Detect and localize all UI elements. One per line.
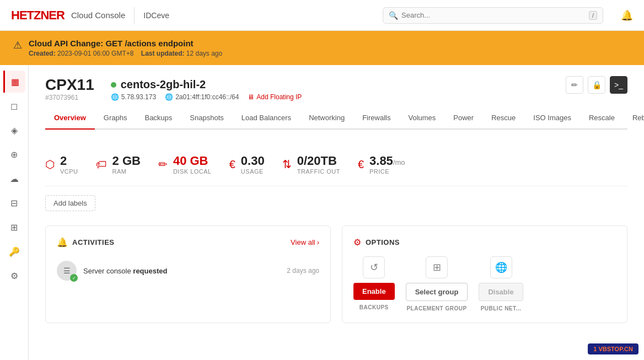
tab-power[interactable]: Power: [444, 107, 482, 130]
ipv6-detail: 🌐 2a01:4ff:1f0:cc46::/64: [165, 93, 239, 101]
sidebar-item-servers[interactable]: ◻: [3, 95, 25, 117]
stat-price: € 3.85/mo PRICE: [358, 154, 405, 175]
select-placement-group-button[interactable]: Select group: [406, 283, 468, 301]
logo-area: HETZNER Cloud Console: [11, 8, 125, 23]
project-label[interactable]: IDCeve: [143, 11, 169, 20]
price-value: 3.85/mo: [369, 154, 405, 168]
disk-icon: ✏: [158, 158, 168, 171]
activities-title: ACTIVITIES: [72, 238, 115, 246]
avatar: ☰ ✓: [57, 261, 77, 281]
created-label: Created:: [29, 50, 56, 57]
backups-icon-wrapper: ↺: [363, 256, 385, 278]
sidebar-item-dashboard[interactable]: ▦: [3, 71, 25, 93]
options-grid: ↺ Enable BACKUPS ⊞ Select group PLACEMEN…: [353, 256, 616, 311]
created-value: 2023-09-01 06:00 GMT+8: [57, 50, 133, 57]
watermark: 1 VBSTOP.CN: [588, 343, 638, 354]
traffic-value: 0/20TB: [297, 154, 340, 168]
server-name-row: centos-2gb-hil-2: [111, 78, 627, 91]
success-check-icon: ✓: [70, 274, 78, 282]
vcpu-value: 2: [60, 154, 78, 168]
stat-usage: € 0.30 USAGE: [229, 154, 265, 175]
search-bar[interactable]: 🔍 /: [383, 7, 603, 24]
options-panel: ⚙ OPTIONS ↺ Enable BACKUPS: [342, 225, 627, 323]
activities-title-row: 🔔 ACTIVITIES: [57, 237, 115, 248]
tab-overview[interactable]: Overview: [45, 107, 95, 130]
stat-disk: ✏ 40 GB DISK LOCAL: [158, 154, 212, 175]
bell-icon: 🔔: [57, 237, 68, 248]
tab-firewalls[interactable]: Firewalls: [353, 107, 399, 130]
view-all-label: View all: [291, 238, 315, 246]
price-icon: €: [358, 158, 364, 171]
stat-usage-block: 0.30 USAGE: [241, 154, 265, 175]
watermark-suffix: VBSTOP.CN: [598, 346, 633, 352]
tabs-bar: Overview Graphs Backups Snapshots Load B…: [45, 107, 627, 130]
ram-icon: 🏷: [96, 158, 107, 171]
traffic-label: TRAFFIC OUT: [297, 168, 340, 175]
stat-disk-block: 40 GB DISK LOCAL: [173, 154, 212, 175]
status-indicator: [111, 82, 116, 88]
terminal-button[interactable]: >_: [610, 76, 627, 94]
backups-label: BACKUPS: [359, 304, 389, 310]
tab-volumes[interactable]: Volumes: [399, 107, 444, 130]
sidebar-item-firewalls[interactable]: ⊟: [3, 192, 25, 214]
server-info: centos-2gb-hil-2 🌐 5.78.93.173 🌐 2a01:4f…: [111, 76, 627, 101]
tab-graphs[interactable]: Graphs: [95, 107, 136, 130]
disk-value: 40 GB: [173, 154, 212, 168]
euro-icon: €: [229, 158, 235, 171]
stat-ram: 🏷 2 GB RAM: [96, 154, 141, 175]
stat-traffic: ⇅ 0/20TB TRAFFIC OUT: [282, 154, 340, 175]
tab-rebuild[interactable]: Rebuild: [624, 107, 644, 130]
tab-backups[interactable]: Backups: [136, 107, 181, 130]
backups-icon: ↺: [370, 261, 378, 273]
disk-label: DISK LOCAL: [173, 168, 212, 175]
sidebar-item-networks[interactable]: ◈: [3, 119, 25, 141]
activity-action: requested: [133, 267, 167, 275]
ipv4-detail: 🌐 5.78.93.173: [111, 93, 156, 101]
vpn-icon: 🖥: [248, 93, 254, 101]
tab-rescue[interactable]: Rescue: [482, 107, 524, 130]
vcpu-label: VCPU: [60, 168, 78, 175]
cloud-console-label: Cloud Console: [71, 10, 125, 20]
sidebar-item-placement[interactable]: ⊞: [3, 216, 25, 238]
activity-text: Server console requested: [83, 267, 280, 275]
search-input[interactable]: [401, 11, 586, 19]
notification-bell-icon[interactable]: 🔔: [621, 9, 633, 22]
stat-traffic-block: 0/20TB TRAFFIC OUT: [297, 154, 340, 175]
stat-ram-block: 2 GB RAM: [112, 154, 141, 175]
sidebar-item-load-balancers[interactable]: ⊕: [3, 143, 25, 165]
updated-label: Last updated:: [141, 50, 185, 57]
tab-iso-images[interactable]: ISO Images: [524, 107, 580, 130]
enable-backups-button[interactable]: Enable: [353, 283, 395, 300]
activity-item: ☰ ✓ Server console requested 2 days ago: [57, 256, 319, 285]
sidebar-item-settings[interactable]: ⚙: [3, 265, 25, 287]
edit-server-button[interactable]: ✏: [566, 76, 583, 94]
options-gear-icon: ⚙: [353, 237, 361, 248]
add-labels-button[interactable]: Add labels: [45, 195, 95, 211]
sidebar-item-storage[interactable]: ☁: [3, 168, 25, 190]
lock-server-button[interactable]: 🔒: [588, 76, 605, 94]
search-icon: 🔍: [389, 11, 398, 20]
disable-public-net-button[interactable]: Disable: [479, 283, 523, 301]
updated-value: 12 days ago: [186, 50, 222, 57]
add-floating-ip[interactable]: 🖥 Add Floating IP: [248, 93, 302, 101]
ipv6-value: 2a01:4ff:1f0:cc46::/64: [175, 93, 239, 101]
app-layout: ▦ ◻ ◈ ⊕ ☁ ⊟ ⊞ 🔑 ⚙ CPX11 #37073961 centos…: [0, 65, 644, 360]
tab-snapshots[interactable]: Snapshots: [181, 107, 232, 130]
bottom-panels: 🔔 ACTIVITIES View all › ☰ ✓ Server conso…: [45, 225, 627, 323]
server-id: #37073961: [45, 94, 94, 101]
view-all-button[interactable]: View all ›: [291, 238, 319, 246]
tab-rescale[interactable]: Rescale: [580, 107, 624, 130]
options-panel-header: ⚙ OPTIONS: [353, 237, 616, 248]
stats-row: ⬡ 2 VCPU 🏷 2 GB RAM ✏ 40 GB DISK LOCAL: [45, 143, 627, 186]
options-title: OPTIONS: [366, 238, 400, 246]
usage-label: USAGE: [241, 168, 265, 175]
tab-load-balancers[interactable]: Load Balancers: [233, 107, 300, 130]
tab-networking[interactable]: Networking: [300, 107, 353, 130]
option-public-net: 🌐 Disable PUBLIC NET...: [479, 256, 523, 311]
banner-title: Cloud API Change: GET /actions endpoint: [29, 39, 222, 48]
hetzner-logo: HETZNER: [11, 8, 65, 23]
placement-icon-wrapper: ⊞: [426, 256, 448, 278]
stat-vcpu: ⬡ 2 VCPU: [45, 154, 78, 175]
floating-ip-label: Add Floating IP: [256, 93, 302, 101]
sidebar-item-ssh-keys[interactable]: 🔑: [3, 240, 25, 262]
